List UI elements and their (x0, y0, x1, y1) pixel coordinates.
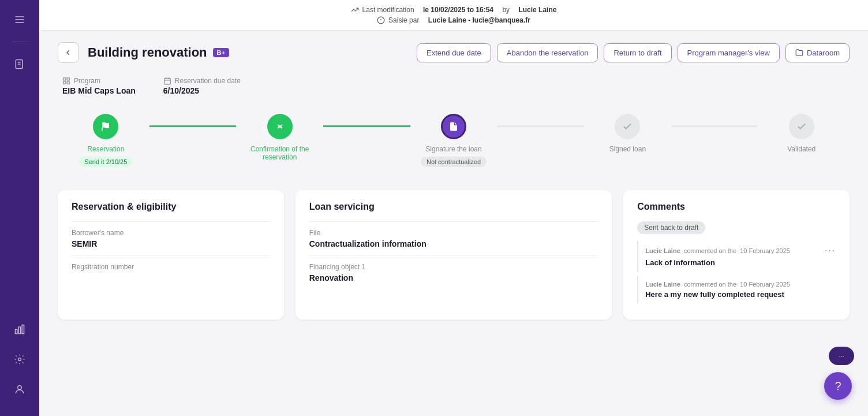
reservation-card: Reservation & eligibility Borrower's nam… (58, 190, 284, 320)
loan-card-title: Loan servicing (309, 202, 598, 212)
step-signature-circle (441, 114, 466, 139)
step-line-4 (671, 125, 758, 127)
loan-divider-1 (309, 221, 598, 222)
step-validated: Validated (758, 114, 845, 153)
help-fab-button[interactable]: ? (824, 372, 852, 400)
svg-rect-17 (67, 81, 69, 84)
fab-label: ? (835, 380, 841, 393)
extend-due-date-button[interactable]: Extend due date (417, 43, 491, 62)
comment-1-text: Lack of information (645, 258, 836, 267)
meta-row: Program EIB Mid Caps Loan Reservation du… (58, 77, 850, 95)
program-manager-view-button[interactable]: Program manager's view (678, 43, 780, 62)
chat-expand-button[interactable]: ··· (829, 347, 854, 365)
step-confirmation-circle (267, 114, 293, 139)
page-title: Building renovation B+ (88, 45, 229, 60)
file-field: File Contractualization information (309, 229, 598, 248)
topbar-line1: Last modification le 10/02/2025 to 16:54… (39, 6, 868, 14)
abandon-reservation-button[interactable]: Abandon the reservation (497, 43, 598, 62)
folder-icon (795, 49, 803, 57)
step-line-2 (323, 125, 410, 127)
flag-icon (100, 121, 111, 132)
sidebar (0, 0, 39, 416)
comment-item-1: Lucie Laine commented on the 10 February… (637, 241, 836, 272)
check-icon-validated (796, 121, 807, 132)
page: Building renovation B+ Extend due date A… (39, 31, 868, 416)
topbar: Last modification le 10/02/2025 to 16:54… (39, 0, 868, 31)
return-draft-label: Return to draft (613, 49, 661, 57)
svg-rect-6 (16, 329, 17, 334)
sidebar-chart-icon[interactable] (9, 319, 30, 340)
topbar-line2: Saisie par Lucie Laine - lucie@banquea.f… (39, 16, 868, 24)
comment-2-action: commented on the (684, 281, 736, 288)
step-line-1 (149, 125, 237, 127)
comment-1-more-button[interactable]: ··· (825, 246, 836, 256)
sidebar-user-icon[interactable] (9, 379, 30, 400)
file-value: Contractualization information (309, 239, 598, 248)
file-label: File (309, 229, 598, 237)
main-content: Last modification le 10/02/2025 to 16:54… (39, 0, 868, 416)
return-to-draft-button[interactable]: Return to draft (604, 43, 671, 62)
step-signed-label: Signed loan (609, 145, 646, 153)
topbar-saisie-label: Saisie par (388, 16, 419, 24)
dataroom-button[interactable]: Dataroom (785, 43, 850, 62)
sidebar-gear-icon[interactable] (9, 349, 30, 370)
page-badge: B+ (213, 48, 229, 57)
back-button[interactable] (58, 42, 78, 63)
svg-rect-15 (67, 78, 69, 80)
sidebar-menu-icon[interactable] (9, 9, 30, 30)
financing-value: Renovation (309, 273, 598, 283)
page-title-text: Building renovation (88, 45, 207, 60)
chat-fab-label: ··· (839, 352, 844, 359)
step-confirmation-label: Confirmation of the reservation (236, 145, 323, 161)
step-signed: Signed loan (584, 114, 671, 153)
header-actions: Extend due date Abandon the reservation … (417, 43, 850, 62)
abandon-label: Abandon the reservation (507, 49, 589, 57)
calendar-icon (163, 77, 171, 85)
financing-field: Financing object 1 Renovation (309, 263, 598, 283)
extend-label: Extend due date (426, 49, 481, 57)
comment-1-date: 10 February 2025 (740, 247, 790, 254)
borrower-field: Borrower's name SEMIR (72, 229, 270, 248)
document-icon (448, 121, 459, 132)
topbar-modification-user: Lucie Laine (518, 6, 556, 14)
svg-point-9 (18, 358, 21, 361)
steps-container: Reservation Send it 2/10/25 Confirmation… (58, 114, 850, 167)
comment-1-user: Lucie Laine (645, 247, 680, 254)
step-confirmation: Confirmation of the reservation (236, 114, 323, 161)
svg-point-10 (18, 385, 22, 389)
comments-card-title: Comments (637, 202, 836, 212)
page-header: Building renovation B+ Extend due date A… (58, 42, 850, 63)
dataroom-label: Dataroom (807, 49, 840, 57)
step-line-3 (497, 125, 584, 127)
step-signed-circle (615, 114, 640, 139)
comment-item-2: Lucie Laine commented on the 10 February… (637, 276, 836, 303)
svg-rect-7 (18, 327, 20, 334)
registration-label: Regsitration number (72, 263, 270, 271)
due-date-label: Reservation due date (163, 77, 241, 85)
step-validated-circle (789, 114, 814, 139)
registration-field: Regsitration number (72, 263, 270, 271)
step-signature: Signature the loan Not contractualized (410, 114, 497, 167)
program-label: Program (62, 77, 136, 85)
svg-rect-18 (164, 78, 171, 84)
loan-divider-2 (309, 255, 598, 256)
loan-card: Loan servicing File Contractualization i… (295, 190, 612, 320)
grid-icon (62, 77, 70, 85)
step-reservation-circle (93, 114, 118, 139)
sidebar-note-icon[interactable] (9, 54, 30, 75)
topbar-modification-date: le 10/02/2025 to 16:54 (423, 6, 493, 14)
check-icon-signed (622, 121, 633, 132)
trending-icon (351, 6, 359, 14)
arrows-icon (275, 121, 285, 132)
program-meta: Program EIB Mid Caps Loan (62, 77, 136, 95)
due-date-meta: Reservation due date 6/10/2025 (163, 77, 241, 95)
step-validated-label: Validated (787, 145, 815, 153)
step-signature-label: Signature the loan (425, 145, 481, 153)
step-signature-sub: Not contractualized (421, 157, 487, 167)
comment-badge: Sent back to draft (637, 221, 705, 234)
program-value: EIB Mid Caps Loan (62, 86, 136, 95)
cards-row: Reservation & eligibility Borrower's nam… (58, 190, 850, 320)
comment-2-text: Here a my new fully completed request (645, 290, 836, 299)
financing-label: Financing object 1 (309, 263, 598, 271)
step-reservation-sub: Send it 2/10/25 (78, 157, 133, 167)
